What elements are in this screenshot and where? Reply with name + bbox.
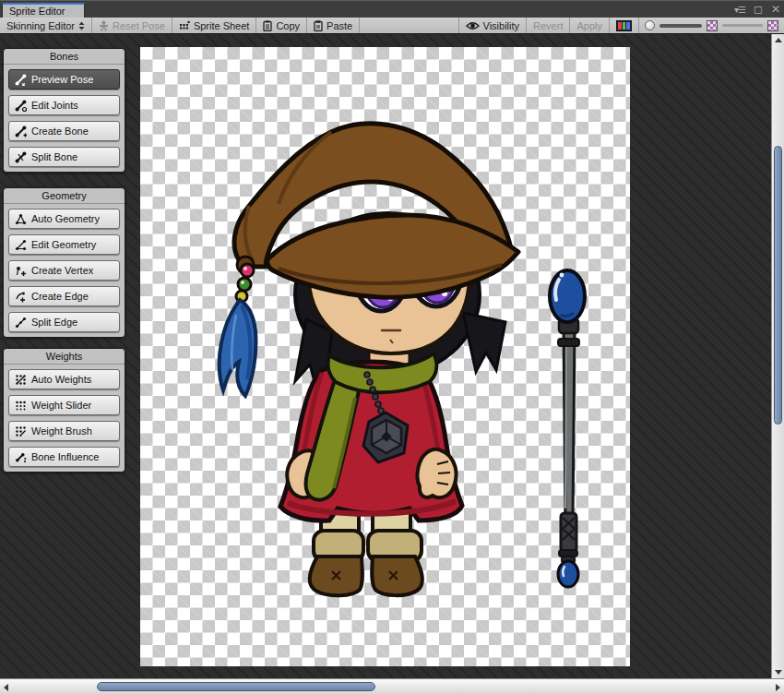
- split-bone-icon: [15, 151, 27, 163]
- mesh-opacity-icon: [767, 20, 778, 31]
- revert-label: Revert: [533, 20, 563, 31]
- weight-brush-label: Weight Brush: [31, 425, 92, 437]
- sprite-editor-window: Sprite Editor ▾☰ ◻ ✕ Skinning Editor Res…: [0, 0, 784, 694]
- maximize-icon[interactable]: ◻: [754, 4, 763, 16]
- weight-slider-label: Weight Slider: [31, 400, 91, 411]
- close-icon[interactable]: ✕: [771, 4, 780, 16]
- panel-weights: Weights Auto Weights: [3, 348, 125, 473]
- reset-pose-icon: [99, 20, 109, 31]
- edit-joints-button[interactable]: Edit Joints: [8, 95, 120, 115]
- auto-geometry-icon: [15, 213, 27, 225]
- scroll-up-icon[interactable]: [775, 38, 782, 42]
- panel-geometry: Geometry Auto Geometry Edit Geometry: [3, 187, 125, 338]
- scroll-left-icon[interactable]: [4, 684, 8, 691]
- mode-dropdown[interactable]: Skinning Editor: [0, 18, 92, 33]
- sprite-canvas[interactable]: [140, 47, 630, 666]
- create-vertex-button[interactable]: Create Vertex: [8, 260, 120, 281]
- bone-color-swatch[interactable]: [616, 20, 632, 31]
- swatch-red: [618, 22, 622, 30]
- weight-slider-icon: [15, 400, 27, 412]
- create-vertex-icon: [15, 265, 27, 277]
- swatch-blue: [626, 22, 630, 30]
- horizontal-scrollbar-thumb[interactable]: [97, 682, 375, 691]
- apply-button[interactable]: Apply: [570, 18, 610, 33]
- weight-brush-button[interactable]: Weight Brush: [8, 421, 120, 441]
- paste-button[interactable]: Paste: [307, 18, 360, 33]
- opacity-sliders: [639, 18, 784, 33]
- auto-weights-label: Auto Weights: [31, 374, 91, 385]
- sprite-opacity-slider-track[interactable]: [659, 24, 702, 28]
- edit-geometry-button[interactable]: Edit Geometry: [8, 234, 120, 255]
- create-vertex-label: Create Vertex: [31, 265, 93, 276]
- toolbar: Skinning Editor Reset Pose: [0, 18, 784, 34]
- sprite-sheet-icon: [179, 20, 190, 31]
- preview-pose-icon: [15, 74, 27, 86]
- split-bone-label: Split Bone: [31, 151, 77, 162]
- dropdown-arrows-icon: [78, 21, 85, 30]
- split-edge-icon: [15, 317, 27, 329]
- copy-label: Copy: [276, 20, 300, 31]
- title-bar: Sprite Editor ▾☰ ◻ ✕: [0, 0, 784, 18]
- work-area: Bones Preview Pose Edit: [0, 34, 771, 678]
- visibility-label: Visibility: [483, 20, 520, 31]
- bone-influence-button[interactable]: Bone Influence: [8, 447, 120, 467]
- edit-joints-label: Edit Joints: [31, 100, 78, 111]
- mesh-opacity-slider-track[interactable]: [722, 24, 763, 27]
- split-edge-button[interactable]: Split Edge: [8, 312, 120, 332]
- paste-label: Paste: [327, 20, 352, 31]
- reset-pose-button[interactable]: Reset Pose: [92, 18, 172, 33]
- auto-geometry-label: Auto Geometry: [31, 213, 100, 224]
- mode-dropdown-label: Skinning Editor: [6, 20, 75, 31]
- apply-label: Apply: [576, 20, 602, 31]
- create-bone-icon: [15, 126, 27, 138]
- staff-sprite: [550, 270, 585, 587]
- swatch-green: [623, 22, 626, 30]
- panel-weights-title: Weights: [4, 349, 125, 365]
- revert-button[interactable]: Revert: [527, 18, 570, 33]
- tab-sprite-editor[interactable]: Sprite Editor: [2, 3, 85, 18]
- vertical-scrollbar-thumb[interactable]: [774, 146, 782, 425]
- split-bone-button[interactable]: Split Bone: [8, 147, 120, 167]
- witch-hat: [234, 124, 518, 297]
- paste-icon: [314, 20, 323, 31]
- bone-influence-icon: [15, 451, 27, 463]
- create-bone-label: Create Bone: [31, 126, 89, 137]
- preview-pose-button[interactable]: Preview Pose: [8, 69, 120, 90]
- scroll-right-icon[interactable]: [776, 684, 780, 691]
- visibility-eye-icon: [466, 21, 480, 30]
- copy-icon: [263, 20, 272, 31]
- sprite-sheet-button[interactable]: Sprite Sheet: [172, 18, 257, 33]
- weight-brush-icon: [15, 425, 27, 437]
- hat-beads-and-feather: [220, 264, 256, 396]
- create-edge-label: Create Edge: [31, 291, 89, 302]
- create-edge-button[interactable]: Create Edge: [8, 286, 120, 306]
- copy-button[interactable]: Copy: [256, 18, 307, 33]
- window-menu-icon[interactable]: ▾☰: [734, 4, 745, 16]
- weight-slider-button[interactable]: Weight Slider: [8, 395, 120, 415]
- sprite-opacity-slider-knob[interactable]: [645, 20, 655, 30]
- edit-geometry-label: Edit Geometry: [31, 239, 96, 250]
- preview-pose-label: Preview Pose: [31, 74, 93, 85]
- panel-geometry-title: Geometry: [4, 188, 125, 204]
- horizontal-scrollbar[interactable]: [0, 678, 784, 694]
- panel-bones: Bones Preview Pose Edit: [3, 48, 125, 173]
- panel-bones-title: Bones: [4, 49, 125, 65]
- auto-geometry-button[interactable]: Auto Geometry: [8, 209, 120, 229]
- split-edge-label: Split Edge: [31, 317, 77, 328]
- sprite-sheet-label: Sprite Sheet: [194, 20, 250, 31]
- tab-label: Sprite Editor: [9, 6, 65, 17]
- bone-influence-label: Bone Influence: [31, 451, 99, 462]
- witch-character-sprite: [220, 124, 518, 595]
- scroll-down-icon[interactable]: [775, 670, 782, 675]
- auto-weights-icon: [15, 374, 27, 386]
- sprite-opacity-icon: [707, 20, 718, 31]
- edit-geometry-icon: [15, 239, 27, 251]
- character-sprite: [140, 47, 630, 666]
- vertical-scrollbar[interactable]: [771, 34, 784, 678]
- bone-color-swatch-wrap: [610, 18, 639, 33]
- reset-pose-label: Reset Pose: [113, 20, 165, 31]
- auto-weights-button[interactable]: Auto Weights: [8, 369, 120, 389]
- create-bone-button[interactable]: Create Bone: [8, 121, 120, 141]
- edit-joints-icon: [15, 100, 27, 112]
- visibility-button[interactable]: Visibility: [458, 18, 528, 33]
